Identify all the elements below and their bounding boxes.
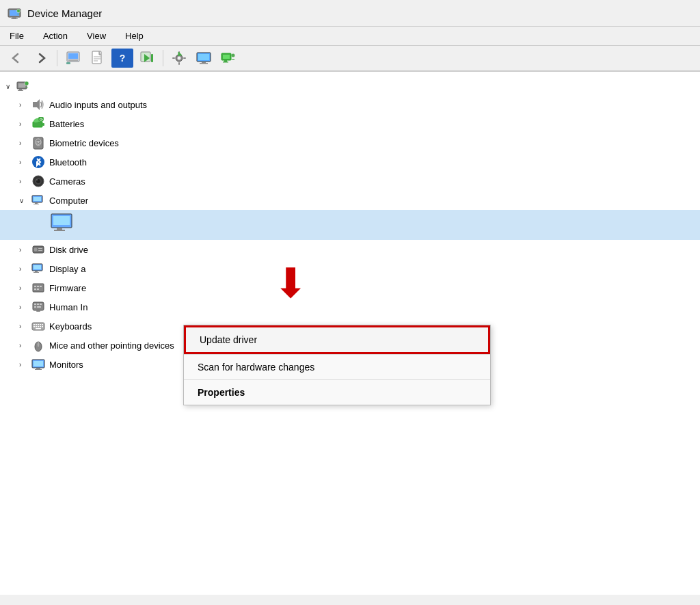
svg-point-33 [232,54,235,57]
toolbar-monitor-button[interactable] [193,49,215,68]
context-menu-properties[interactable]: Properties [184,380,490,405]
svg-rect-24 [178,52,180,56]
svg-rect-81 [37,306,41,308]
menu-view[interactable]: View [83,29,110,42]
hid-icon [31,300,45,314]
disk-chevron: › [19,246,27,254]
svg-rect-67 [33,265,41,269]
context-menu: Update driver Scan for hardware changes … [183,325,491,405]
menu-file[interactable]: File [5,29,28,42]
tree-item-cameras[interactable]: › Cameras [0,172,700,191]
toolbar-separator-1 [57,50,57,66]
tree-item-firmware[interactable]: › Firmware [0,278,700,297]
cameras-icon [31,174,45,188]
svg-rect-70 [33,284,44,292]
svg-rect-100 [36,368,40,369]
svg-rect-20 [178,62,180,65]
toolbar-update-button[interactable] [168,49,190,68]
svg-rect-26 [198,54,209,60]
mice-icon [31,338,45,352]
svg-rect-101 [35,369,42,370]
toolbar-separator-2 [163,50,163,66]
svg-point-63 [34,248,38,252]
toolbar-properties-button[interactable] [62,49,84,68]
main-area: ∨ › Audio inputs and outputs › [0,72,700,595]
svg-rect-31 [224,60,227,62]
svg-rect-88 [42,324,43,325]
monitors-icon [31,358,45,371]
audio-chevron: › [19,101,27,109]
root-chevron: ∨ [5,83,14,90]
svg-rect-91 [38,326,39,327]
tree-sub-computer-child[interactable] [0,210,700,240]
svg-rect-65 [38,250,42,251]
svg-rect-36 [19,89,22,90]
svg-rect-27 [202,62,206,63]
computer-icon [31,193,45,207]
tree-item-biometric[interactable]: › Biometric devices [0,133,700,152]
svg-rect-64 [38,248,42,249]
computer-chevron: ∨ [19,197,27,204]
svg-rect-79 [40,304,42,305]
svg-rect-87 [40,324,41,325]
svg-rect-78 [37,304,39,305]
firmware-chevron: › [19,284,27,292]
batteries-chevron: › [19,120,27,128]
display-chevron: › [19,265,27,273]
svg-rect-28 [200,63,208,64]
menu-action[interactable]: Action [39,29,72,42]
toolbar-network-button[interactable] [217,49,239,68]
hid-chevron: › [19,304,27,311]
mice-chevron: › [19,342,27,349]
svg-rect-59 [53,216,70,225]
svg-rect-77 [34,304,36,305]
cameras-label: Cameras [49,176,85,187]
tree-item-hid[interactable]: › Human In [0,297,700,317]
svg-rect-74 [34,288,36,290]
tree-item-batteries[interactable]: › ⟳ Batteries [0,114,700,133]
svg-rect-8 [66,62,70,64]
toolbar-help-button[interactable]: ? [111,49,133,68]
menu-help[interactable]: Help [121,29,148,42]
svg-rect-7 [68,59,78,61]
device-manager-title-icon [7,5,22,21]
svg-rect-32 [223,62,228,63]
audio-label: Audio inputs and outputs [49,100,147,110]
svg-rect-72 [37,286,39,287]
svg-rect-21 [172,57,175,59]
svg-rect-99 [33,361,43,366]
svg-text:⟳: ⟳ [40,118,43,122]
svg-point-38 [25,81,29,85]
svg-rect-80 [34,306,36,308]
title-bar: Device Manager [0,0,700,27]
svg-rect-71 [34,286,36,287]
svg-rect-2 [12,17,16,18]
monitors-chevron: › [19,361,27,368]
tree-item-audio[interactable]: › Audio inputs and outputs [0,95,700,114]
firmware-icon [31,281,45,295]
cameras-chevron: › [19,178,27,185]
bluetooth-label: Bluetooth [49,157,87,167]
tree-item-disk[interactable]: › Disk drive [0,240,700,259]
toolbar-document-button[interactable] [87,49,109,68]
context-menu-scan-hardware[interactable]: Scan for hardware changes [184,355,490,379]
biometric-label: Biometric devices [49,138,119,148]
tree-root-item[interactable]: ∨ [0,77,700,95]
tree-item-bluetooth[interactable]: › Bluetooth [0,152,700,172]
tree-item-computer[interactable]: ∨ Computer [0,191,700,210]
toolbar-scan-button[interactable] [136,49,158,68]
svg-rect-86 [38,324,39,325]
batteries-icon: ⟳ [31,117,45,131]
forward-button[interactable] [30,49,52,68]
tree-item-display[interactable]: › Display a [0,259,700,278]
display-icon [31,262,45,275]
monitors-label: Monitors [49,360,83,370]
svg-rect-69 [33,272,39,273]
svg-text:?: ? [120,53,126,64]
disk-label: Disk drive [49,245,88,255]
svg-rect-90 [36,326,37,327]
back-button[interactable] [5,49,27,68]
computer-child-icon [48,213,79,237]
context-menu-update-driver[interactable]: Update driver [184,325,490,354]
svg-rect-22 [183,57,186,59]
